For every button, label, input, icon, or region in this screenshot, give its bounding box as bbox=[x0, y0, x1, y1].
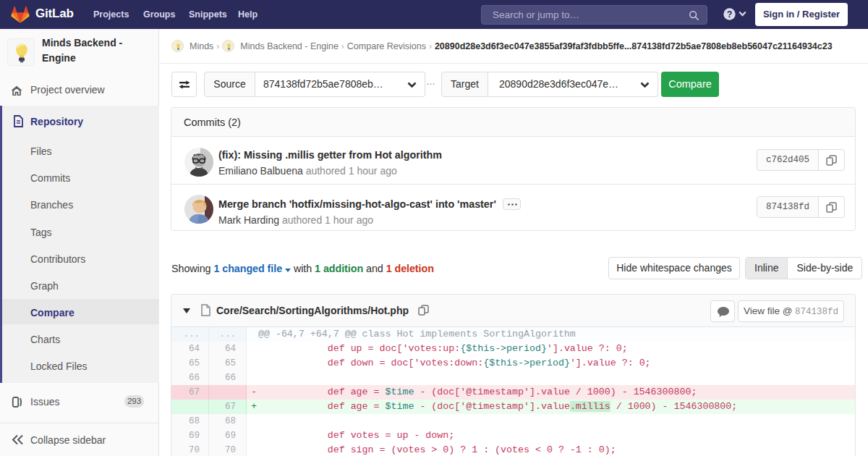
svg-text:?: ? bbox=[727, 9, 733, 20]
